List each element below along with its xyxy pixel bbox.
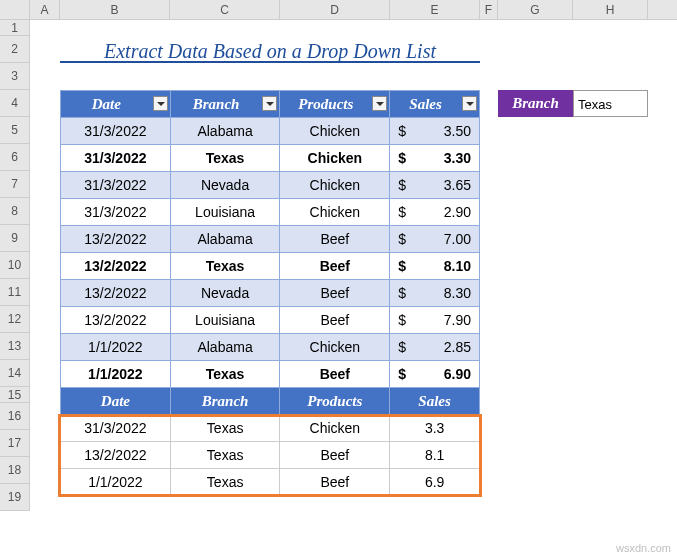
cell-sales[interactable]: 6.9 xyxy=(390,469,480,496)
cell-branch[interactable]: Louisiana xyxy=(170,199,280,226)
cell-products[interactable]: Chicken xyxy=(280,334,390,361)
row-header-1[interactable]: 1 xyxy=(0,20,29,36)
cell-branch[interactable]: Texas xyxy=(170,361,280,388)
cell-sales[interactable]: 3.3 xyxy=(390,415,480,442)
row-header-16[interactable]: 16 xyxy=(0,403,29,430)
cell-branch[interactable]: Texas xyxy=(170,253,280,280)
col-header-D[interactable]: D xyxy=(280,0,390,19)
col-header-E[interactable]: E xyxy=(390,0,480,19)
cell-branch[interactable]: Louisiana xyxy=(170,307,280,334)
select-all-corner[interactable] xyxy=(0,0,30,19)
row-header-8[interactable]: 8 xyxy=(0,198,29,225)
row-header-15[interactable]: 15 xyxy=(0,387,29,403)
row-header-10[interactable]: 10 xyxy=(0,252,29,279)
cell-date[interactable]: 1/1/2022 xyxy=(61,361,171,388)
cell-products[interactable]: Beef xyxy=(280,280,390,307)
col-header-F[interactable]: F xyxy=(480,0,498,19)
row-header-11[interactable]: 11 xyxy=(0,279,29,306)
row-header-14[interactable]: 14 xyxy=(0,360,29,387)
cell-sales[interactable]: $7.90 xyxy=(390,307,480,334)
cell-products[interactable]: Chicken xyxy=(280,145,390,172)
cell-branch[interactable]: Alabama xyxy=(170,334,280,361)
cell-products[interactable]: Chicken xyxy=(280,118,390,145)
cell-date[interactable]: 31/3/2022 xyxy=(61,199,171,226)
cell-sales[interactable]: $3.30 xyxy=(390,145,480,172)
row-header-9[interactable]: 9 xyxy=(0,225,29,252)
cell-date[interactable]: 31/3/2022 xyxy=(61,118,171,145)
cell-sales[interactable]: $3.50 xyxy=(390,118,480,145)
cell-date[interactable]: 13/2/2022 xyxy=(61,280,171,307)
row-header-2[interactable]: 2 xyxy=(0,36,29,63)
row-header-5[interactable]: 5 xyxy=(0,117,29,144)
cell-branch[interactable]: Texas xyxy=(170,415,280,442)
header-date[interactable]: Date xyxy=(61,91,171,118)
table-row[interactable]: 31/3/2022AlabamaChicken$3.50 xyxy=(61,118,480,145)
row-header-3[interactable]: 3 xyxy=(0,63,29,90)
cell-products[interactable]: Beef xyxy=(280,226,390,253)
table-row[interactable]: 31/3/2022TexasChicken3.3 xyxy=(61,415,480,442)
header-products[interactable]: Products xyxy=(280,91,390,118)
table-row[interactable]: 1/1/2022TexasBeef$6.90 xyxy=(61,361,480,388)
cell-sales[interactable]: $6.90 xyxy=(390,361,480,388)
row-header-17[interactable]: 17 xyxy=(0,430,29,457)
table-row[interactable]: 1/1/2022TexasBeef6.9 xyxy=(61,469,480,496)
cell-products[interactable]: Beef xyxy=(280,442,390,469)
cell-branch[interactable]: Texas xyxy=(170,469,280,496)
header-sales[interactable]: Sales xyxy=(390,91,480,118)
row-header-18[interactable]: 18 xyxy=(0,457,29,484)
cell-sales[interactable]: $2.85 xyxy=(390,334,480,361)
row-header-13[interactable]: 13 xyxy=(0,333,29,360)
table-row[interactable]: 1/1/2022AlabamaChicken$2.85 xyxy=(61,334,480,361)
cell-date[interactable]: 13/2/2022 xyxy=(61,307,171,334)
cell-branch[interactable]: Texas xyxy=(170,442,280,469)
filter-button-sales[interactable] xyxy=(462,96,477,111)
cell-sales[interactable]: 8.1 xyxy=(390,442,480,469)
cell-products[interactable]: Beef xyxy=(280,361,390,388)
cell-date[interactable]: 31/3/2022 xyxy=(61,415,171,442)
cell-branch[interactable]: Texas xyxy=(170,145,280,172)
col-header-G[interactable]: G xyxy=(498,0,573,19)
row-header-6[interactable]: 6 xyxy=(0,144,29,171)
cell-products[interactable]: Chicken xyxy=(280,199,390,226)
filter-button-date[interactable] xyxy=(153,96,168,111)
header-branch[interactable]: Branch xyxy=(170,91,280,118)
row-header-19[interactable]: 19 xyxy=(0,484,29,511)
cell-date[interactable]: 31/3/2022 xyxy=(61,145,171,172)
table-row[interactable]: 13/2/2022TexasBeef$8.10 xyxy=(61,253,480,280)
lookup-dropdown-cell[interactable]: Texas xyxy=(573,90,648,117)
cell-branch[interactable]: Alabama xyxy=(170,118,280,145)
row-header-7[interactable]: 7 xyxy=(0,171,29,198)
sheet-area[interactable]: Extract Data Based on a Drop Down List D… xyxy=(30,20,677,511)
table-row[interactable]: 31/3/2022LouisianaChicken$2.90 xyxy=(61,199,480,226)
col-header-C[interactable]: C xyxy=(170,0,280,19)
table-row[interactable]: 31/3/2022TexasChicken$3.30 xyxy=(61,145,480,172)
cell-products[interactable]: Beef xyxy=(280,307,390,334)
col-header-A[interactable]: A xyxy=(30,0,60,19)
cell-date[interactable]: 13/2/2022 xyxy=(61,253,171,280)
cell-products[interactable]: Chicken xyxy=(280,172,390,199)
cell-branch[interactable]: Nevada xyxy=(170,280,280,307)
table-row[interactable]: 13/2/2022AlabamaBeef$7.00 xyxy=(61,226,480,253)
table-row[interactable]: 13/2/2022NevadaBeef$8.30 xyxy=(61,280,480,307)
cell-sales[interactable]: $8.10 xyxy=(390,253,480,280)
cell-branch[interactable]: Nevada xyxy=(170,172,280,199)
cell-branch[interactable]: Alabama xyxy=(170,226,280,253)
cell-sales[interactable]: $2.90 xyxy=(390,199,480,226)
cell-date[interactable]: 13/2/2022 xyxy=(61,226,171,253)
cell-sales[interactable]: $8.30 xyxy=(390,280,480,307)
cell-sales[interactable]: $7.00 xyxy=(390,226,480,253)
cell-sales[interactable]: $3.65 xyxy=(390,172,480,199)
row-header-12[interactable]: 12 xyxy=(0,306,29,333)
cell-date[interactable]: 1/1/2022 xyxy=(61,334,171,361)
table-row[interactable]: 13/2/2022LouisianaBeef$7.90 xyxy=(61,307,480,334)
row-header-4[interactable]: 4 xyxy=(0,90,29,117)
cell-date[interactable]: 31/3/2022 xyxy=(61,172,171,199)
cell-date[interactable]: 13/2/2022 xyxy=(61,442,171,469)
cell-products[interactable]: Chicken xyxy=(280,415,390,442)
cell-products[interactable]: Beef xyxy=(280,253,390,280)
table-row[interactable]: 13/2/2022TexasBeef8.1 xyxy=(61,442,480,469)
col-header-H[interactable]: H xyxy=(573,0,648,19)
col-header-B[interactable]: B xyxy=(60,0,170,19)
cell-date[interactable]: 1/1/2022 xyxy=(61,469,171,496)
filter-button-products[interactable] xyxy=(372,96,387,111)
